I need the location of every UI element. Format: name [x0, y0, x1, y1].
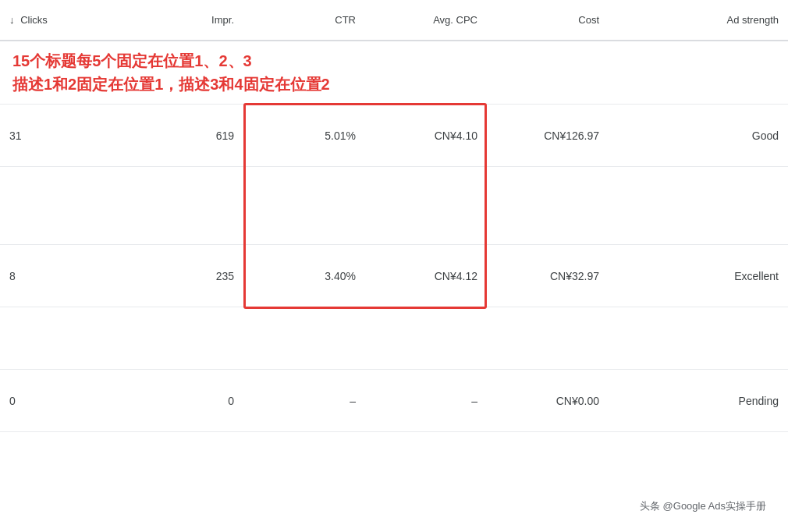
cell-ctr-1 — [243, 167, 365, 244]
cell-cost-0: CN¥126.97 — [487, 105, 609, 166]
cell-clicks-4: 0 — [0, 370, 122, 431]
cell-clicks-1 — [0, 167, 122, 244]
cell-cost-2: CN¥32.97 — [487, 245, 609, 307]
table-row — [0, 167, 788, 245]
table-row: 0 0 – – CN¥0.00 Pending — [0, 370, 788, 432]
cell-clicks-0: 31 — [0, 105, 122, 166]
cell-impr-2: 235 — [122, 245, 243, 307]
annotation-block: 15个标题每5个固定在位置1、2、3 描述1和2固定在位置1，描述3和4固定在位… — [0, 41, 788, 105]
header-impr[interactable]: Impr. — [122, 0, 243, 40]
cell-impr-4: 0 — [122, 370, 243, 431]
cell-cost-3 — [487, 307, 609, 369]
cell-impr-0: 619 — [122, 105, 243, 166]
cell-ctr-4: – — [243, 370, 365, 431]
main-table: ↓ Clicks Impr. CTR Avg. CPC Cost Ad stre… — [0, 0, 788, 432]
table-header: ↓ Clicks Impr. CTR Avg. CPC Cost Ad stre… — [0, 0, 788, 41]
cell-ctr-2: 3.40% — [243, 245, 365, 307]
cell-avg-cpc-3 — [365, 307, 487, 369]
watermark: 头条 @Google Ads实操手册 — [634, 496, 772, 516]
cell-cost-4: CN¥0.00 — [487, 370, 609, 431]
header-ctr[interactable]: CTR — [243, 0, 365, 40]
cell-avg-cpc-2: CN¥4.12 — [365, 245, 487, 307]
cell-ad-strength-4: Pending — [609, 370, 788, 431]
sort-icon: ↓ — [9, 14, 15, 26]
table-body: 31 619 5.01% CN¥4.10 CN¥126.97 Good 8 23… — [0, 105, 788, 432]
cell-ad-strength-0: Good — [609, 105, 788, 166]
dash-ctr-4: – — [350, 395, 356, 407]
cell-avg-cpc-4: – — [365, 370, 487, 431]
cell-clicks-3 — [0, 307, 122, 369]
annotation-line2: 描述1和2固定在位置1，描述3和4固定在位置2 — [12, 73, 776, 96]
annotation-line1: 15个标题每5个固定在位置1、2、3 — [12, 49, 776, 73]
header-ad-strength[interactable]: Ad strength — [609, 0, 788, 40]
cell-avg-cpc-0: CN¥4.10 — [365, 105, 487, 166]
table-row: 8 235 3.40% CN¥4.12 CN¥32.97 Excellent — [0, 245, 788, 307]
cell-ctr-0: 5.01% — [243, 105, 365, 166]
cell-clicks-2: 8 — [0, 245, 122, 307]
table-row — [0, 307, 788, 370]
cell-impr-3 — [122, 307, 243, 369]
cell-cost-1 — [487, 167, 609, 244]
header-cost[interactable]: Cost — [487, 0, 609, 40]
cell-ctr-3 — [243, 307, 365, 369]
header-avg-cpc[interactable]: Avg. CPC — [365, 0, 487, 40]
cell-ad-strength-1 — [609, 167, 788, 244]
cell-impr-1 — [122, 167, 243, 244]
header-clicks[interactable]: ↓ Clicks — [0, 0, 122, 40]
cell-ad-strength-2: Excellent — [609, 245, 788, 307]
cell-avg-cpc-1 — [365, 167, 487, 244]
table-row: 31 619 5.01% CN¥4.10 CN¥126.97 Good — [0, 105, 788, 167]
dash-avg-cpc-4: – — [471, 395, 477, 407]
cell-ad-strength-3 — [609, 307, 788, 369]
